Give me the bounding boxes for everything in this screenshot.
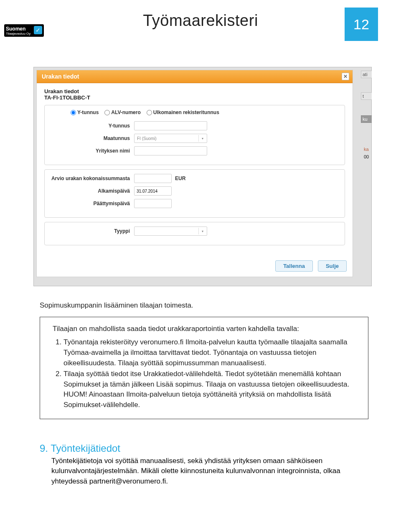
input-alkamispaiva[interactable] bbox=[134, 186, 172, 196]
info-box: Tilaajan on mahdollista saada tiedot ura… bbox=[40, 317, 368, 419]
id-type-fieldset: Y-tunnus ALV-numero Ulkomainen rekisteri… bbox=[44, 105, 345, 165]
close-button[interactable]: ✕ bbox=[342, 73, 349, 80]
dialog-urakan-tiedot: Urakan tiedot ✕ Urakan tiedot TA-FI-1TOL… bbox=[36, 70, 353, 277]
label-paattymispaiva: Päättymispäivä bbox=[51, 201, 134, 206]
input-arvio[interactable] bbox=[134, 174, 172, 183]
chevron-down-icon: ▾ bbox=[198, 135, 206, 142]
section-9: 9. Työntekijätiedot Työntekijätietoja vo… bbox=[40, 443, 368, 487]
radio-alv[interactable]: ALV-numero bbox=[104, 109, 140, 115]
section-body: Työntekijätietoja voi syöttää manuaalise… bbox=[40, 456, 368, 487]
page-title: Työmaarekisteri bbox=[0, 12, 401, 30]
list-item: Tilaaja syöttää tiedot itse Urakkatiedot… bbox=[63, 369, 360, 410]
screenshot-caption: Sopimuskumppanin lisääminen tilaajan toi… bbox=[40, 300, 368, 311]
label-maatunnus: Maatunnus bbox=[51, 135, 134, 141]
radio-ytunnus[interactable]: Y-tunnus bbox=[71, 109, 99, 115]
logo-sub: Tilaajavastuu Oy bbox=[6, 32, 30, 36]
chevron-down-icon: ▾ bbox=[198, 228, 206, 234]
bg-fragment: 00 bbox=[364, 154, 372, 159]
dialog-subtitle: Urakan tiedot bbox=[44, 88, 345, 94]
amount-fieldset: Arvio urakan kokonaissummasta EUR Alkami… bbox=[44, 169, 345, 218]
dialog-code: TA-FI-1TOLBBC-T bbox=[44, 94, 345, 101]
label-alkamispaiva: Alkamispäivä bbox=[51, 188, 134, 194]
select-tyyppi[interactable]: ▾ bbox=[134, 227, 207, 236]
body-content: Sopimuskumppanin lisääminen tilaajan toi… bbox=[40, 300, 368, 419]
currency-unit: EUR bbox=[175, 176, 185, 181]
input-ytunnus[interactable] bbox=[134, 121, 207, 130]
radio-ulkomainen[interactable]: Ulkomainen rekisteritunnus bbox=[147, 109, 219, 115]
list-item: Työnantaja rekisteröityy veronumero.fi I… bbox=[63, 337, 360, 368]
label-yritys: Yrityksen nimi bbox=[51, 148, 134, 154]
page-number: 12 bbox=[345, 8, 378, 41]
bg-fragment: ku bbox=[361, 115, 372, 123]
bg-fragment: ka bbox=[364, 147, 372, 152]
page-header: Suomen Tilaajavastuu Oy ✓ Työmaarekister… bbox=[0, 0, 401, 54]
type-fieldset: Tyyppi ▾ bbox=[44, 222, 345, 245]
dialog-title-text: Urakan tiedot bbox=[42, 73, 79, 80]
label-tyyppi: Tyyppi bbox=[51, 228, 134, 234]
label-ytunnus: Y-tunnus bbox=[51, 123, 134, 129]
input-paattymispaiva[interactable] bbox=[134, 199, 172, 208]
section-heading: 9. Työntekijätiedot bbox=[40, 443, 368, 454]
save-button[interactable]: Tallenna bbox=[275, 260, 313, 272]
select-maatunnus[interactable]: FI (Suomi) ▾ bbox=[134, 134, 207, 143]
intro-line: Tilaajan on mahdollista saada tiedot ura… bbox=[53, 324, 360, 334]
dialog-footer: Tallenna Sulje bbox=[37, 255, 353, 277]
input-yritys[interactable] bbox=[134, 146, 207, 155]
bg-fragment: t bbox=[361, 92, 372, 100]
dialog-titlebar: Urakan tiedot ✕ bbox=[37, 70, 353, 83]
close-dialog-button[interactable]: Sulje bbox=[318, 260, 347, 272]
label-arvio: Arvio urakan kokonaissummasta bbox=[51, 176, 134, 181]
screenshot-panel: ati t ku ka 00 Urakan tiedot ✕ Urakan ti… bbox=[33, 67, 372, 286]
bg-fragment: ati bbox=[361, 71, 372, 78]
